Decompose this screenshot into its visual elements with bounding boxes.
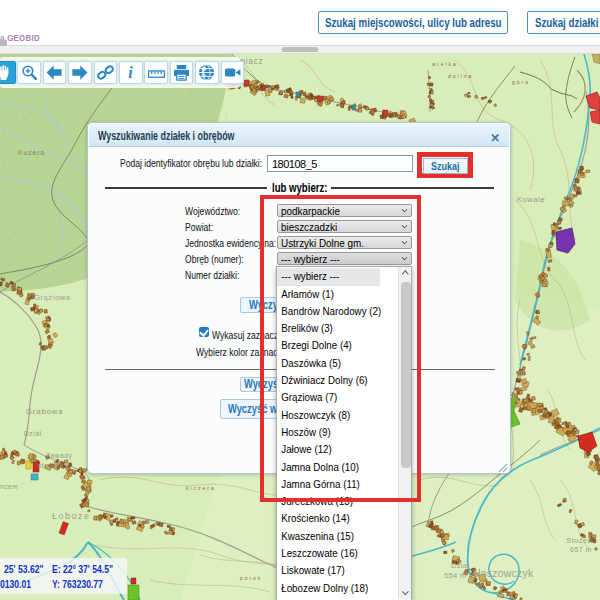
svg-text:Kowale: Kowale [517,195,545,204]
svg-text:Grabowa: Grabowa [26,407,63,416]
svg-text:Dział: Dział [451,561,469,570]
svg-text:554 m: 554 m [444,571,466,580]
svg-text:Łoboze: Łoboze [52,511,91,521]
svg-text:ncem: ncem [0,483,18,490]
svg-text:w i e l k a: w i e l k a [432,61,456,67]
svg-text:k i c z e r a: k i c z e r a [186,485,214,491]
svg-text:Kuzera: Kuzera [18,149,45,156]
svg-text:d o l i n a: d o l i n a [448,73,472,79]
svg-text:i: i [129,64,134,81]
svg-text:stewnik: stewnik [38,462,64,469]
svg-text:657 m: 657 m [570,546,592,553]
svg-text:Stożek: Stożek [566,536,592,545]
svg-text:Hoszowczyk: Hoszowczyk [473,567,534,579]
svg-text:g ó r a: g ó r a [512,79,528,85]
svg-text:Zawady: Zawady [46,452,73,460]
svg-text:p o t o k: p o t o k [240,575,261,581]
svg-text:Grąziowa: Grąziowa [34,293,71,302]
svg-text:Dział: Dział [24,430,41,437]
